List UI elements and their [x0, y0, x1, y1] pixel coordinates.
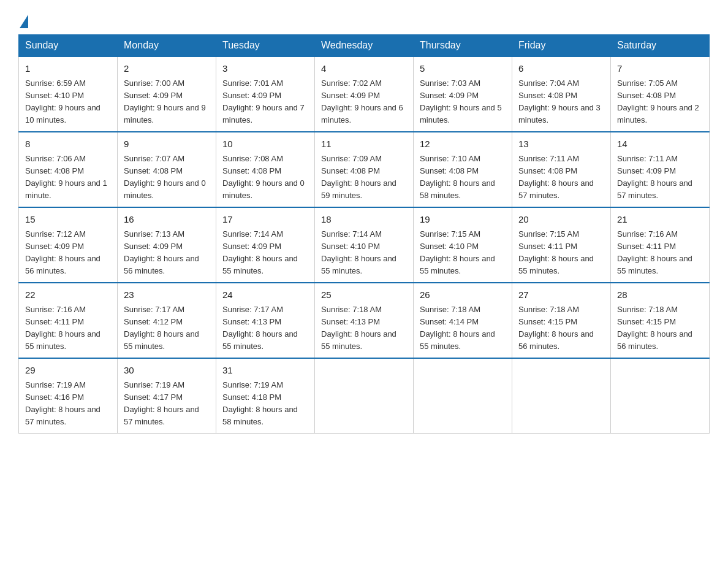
- calendar-day-cell: 17 Sunrise: 7:14 AM Sunset: 4:09 PM Dayl…: [216, 207, 315, 283]
- day-number: 22: [25, 288, 111, 302]
- day-number: 16: [124, 213, 210, 227]
- calendar-day-cell: 29 Sunrise: 7:19 AM Sunset: 4:16 PM Dayl…: [19, 358, 118, 434]
- day-info: Sunrise: 7:07 AM Sunset: 4:08 PM Dayligh…: [124, 153, 210, 202]
- day-number: 21: [617, 213, 703, 227]
- day-number: 27: [518, 288, 604, 302]
- day-number: 4: [321, 62, 407, 76]
- calendar-day-cell: 25 Sunrise: 7:18 AM Sunset: 4:13 PM Dayl…: [315, 283, 414, 358]
- calendar-day-cell: 30 Sunrise: 7:19 AM Sunset: 4:17 PM Dayl…: [118, 358, 216, 434]
- calendar-week-row: 22 Sunrise: 7:16 AM Sunset: 4:11 PM Dayl…: [19, 283, 710, 358]
- day-of-week-header: Sunday: [19, 35, 118, 57]
- calendar-day-cell: 2 Sunrise: 7:00 AM Sunset: 4:09 PM Dayli…: [118, 56, 216, 132]
- day-number: 29: [25, 364, 111, 378]
- day-info: Sunrise: 7:14 AM Sunset: 4:10 PM Dayligh…: [321, 228, 407, 278]
- calendar-day-cell: 7 Sunrise: 7:05 AM Sunset: 4:08 PM Dayli…: [611, 56, 710, 132]
- day-number: 17: [222, 213, 308, 227]
- day-number: 19: [420, 213, 506, 227]
- calendar-day-cell: 27 Sunrise: 7:18 AM Sunset: 4:15 PM Dayl…: [512, 283, 611, 358]
- day-number: 28: [617, 288, 703, 302]
- day-info: Sunrise: 7:16 AM Sunset: 4:11 PM Dayligh…: [617, 228, 703, 278]
- day-number: 24: [222, 288, 308, 302]
- day-number: 10: [222, 137, 308, 151]
- calendar-table: SundayMondayTuesdayWednesdayThursdayFrid…: [18, 34, 710, 434]
- calendar-day-cell: 28 Sunrise: 7:18 AM Sunset: 4:15 PM Dayl…: [611, 283, 710, 358]
- calendar-day-cell: 3 Sunrise: 7:01 AM Sunset: 4:09 PM Dayli…: [216, 56, 315, 132]
- calendar-day-cell: 19 Sunrise: 7:15 AM Sunset: 4:10 PM Dayl…: [414, 207, 512, 283]
- day-info: Sunrise: 7:18 AM Sunset: 4:13 PM Dayligh…: [321, 304, 407, 353]
- calendar-day-cell: 31 Sunrise: 7:19 AM Sunset: 4:18 PM Dayl…: [216, 358, 315, 434]
- day-info: Sunrise: 7:15 AM Sunset: 4:10 PM Dayligh…: [420, 228, 506, 278]
- day-number: 31: [222, 364, 308, 378]
- calendar-day-cell: 21 Sunrise: 7:16 AM Sunset: 4:11 PM Dayl…: [611, 207, 710, 283]
- calendar-day-cell: [315, 358, 414, 434]
- calendar-day-cell: 16 Sunrise: 7:13 AM Sunset: 4:09 PM Dayl…: [118, 207, 216, 283]
- day-info: Sunrise: 7:06 AM Sunset: 4:08 PM Dayligh…: [25, 153, 111, 202]
- calendar-day-cell: 20 Sunrise: 7:15 AM Sunset: 4:11 PM Dayl…: [512, 207, 611, 283]
- day-info: Sunrise: 6:59 AM Sunset: 4:10 PM Dayligh…: [25, 77, 111, 127]
- day-number: 12: [420, 137, 506, 151]
- calendar-week-row: 8 Sunrise: 7:06 AM Sunset: 4:08 PM Dayli…: [19, 132, 710, 207]
- day-info: Sunrise: 7:05 AM Sunset: 4:08 PM Dayligh…: [617, 77, 703, 127]
- day-info: Sunrise: 7:13 AM Sunset: 4:09 PM Dayligh…: [124, 228, 210, 278]
- calendar-day-cell: 10 Sunrise: 7:08 AM Sunset: 4:08 PM Dayl…: [216, 132, 315, 207]
- day-of-week-header: Tuesday: [216, 35, 315, 57]
- day-info: Sunrise: 7:18 AM Sunset: 4:15 PM Dayligh…: [518, 304, 604, 353]
- calendar-day-cell: 22 Sunrise: 7:16 AM Sunset: 4:11 PM Dayl…: [19, 283, 118, 358]
- calendar-week-row: 29 Sunrise: 7:19 AM Sunset: 4:16 PM Dayl…: [19, 358, 710, 434]
- day-number: 5: [420, 62, 506, 76]
- calendar-day-cell: 8 Sunrise: 7:06 AM Sunset: 4:08 PM Dayli…: [19, 132, 118, 207]
- calendar-day-cell: [414, 358, 512, 434]
- day-info: Sunrise: 7:17 AM Sunset: 4:13 PM Dayligh…: [222, 304, 308, 353]
- calendar-day-cell: 15 Sunrise: 7:12 AM Sunset: 4:09 PM Dayl…: [19, 207, 118, 283]
- calendar-day-cell: 1 Sunrise: 6:59 AM Sunset: 4:10 PM Dayli…: [19, 56, 118, 132]
- calendar-day-cell: 5 Sunrise: 7:03 AM Sunset: 4:09 PM Dayli…: [414, 56, 512, 132]
- day-of-week-header: Saturday: [611, 35, 710, 57]
- day-of-week-header: Wednesday: [315, 35, 414, 57]
- day-info: Sunrise: 7:01 AM Sunset: 4:09 PM Dayligh…: [222, 77, 308, 127]
- day-info: Sunrise: 7:04 AM Sunset: 4:08 PM Dayligh…: [518, 77, 604, 127]
- day-info: Sunrise: 7:19 AM Sunset: 4:16 PM Dayligh…: [25, 379, 111, 429]
- day-number: 9: [124, 137, 210, 151]
- calendar-day-cell: [611, 358, 710, 434]
- day-info: Sunrise: 7:02 AM Sunset: 4:09 PM Dayligh…: [321, 77, 407, 127]
- day-number: 18: [321, 213, 407, 227]
- day-number: 13: [518, 137, 604, 151]
- day-number: 30: [124, 364, 210, 378]
- logo: [18, 12, 28, 28]
- day-info: Sunrise: 7:10 AM Sunset: 4:08 PM Dayligh…: [420, 153, 506, 202]
- calendar-day-cell: 11 Sunrise: 7:09 AM Sunset: 4:08 PM Dayl…: [315, 132, 414, 207]
- day-number: 23: [124, 288, 210, 302]
- day-info: Sunrise: 7:09 AM Sunset: 4:08 PM Dayligh…: [321, 153, 407, 202]
- calendar-day-cell: 24 Sunrise: 7:17 AM Sunset: 4:13 PM Dayl…: [216, 283, 315, 358]
- day-info: Sunrise: 7:18 AM Sunset: 4:14 PM Dayligh…: [420, 304, 506, 353]
- calendar-day-cell: 13 Sunrise: 7:11 AM Sunset: 4:08 PM Dayl…: [512, 132, 611, 207]
- day-info: Sunrise: 7:19 AM Sunset: 4:17 PM Dayligh…: [124, 379, 210, 429]
- calendar-day-cell: 14 Sunrise: 7:11 AM Sunset: 4:09 PM Dayl…: [611, 132, 710, 207]
- day-info: Sunrise: 7:03 AM Sunset: 4:09 PM Dayligh…: [420, 77, 506, 127]
- day-number: 3: [222, 62, 308, 76]
- day-number: 6: [518, 62, 604, 76]
- day-info: Sunrise: 7:11 AM Sunset: 4:08 PM Dayligh…: [518, 153, 604, 202]
- day-info: Sunrise: 7:08 AM Sunset: 4:08 PM Dayligh…: [222, 153, 308, 202]
- calendar-day-cell: 26 Sunrise: 7:18 AM Sunset: 4:14 PM Dayl…: [414, 283, 512, 358]
- day-info: Sunrise: 7:17 AM Sunset: 4:12 PM Dayligh…: [124, 304, 210, 353]
- day-number: 7: [617, 62, 703, 76]
- day-number: 26: [420, 288, 506, 302]
- day-number: 8: [25, 137, 111, 151]
- calendar-day-cell: 12 Sunrise: 7:10 AM Sunset: 4:08 PM Dayl…: [414, 132, 512, 207]
- calendar-week-row: 15 Sunrise: 7:12 AM Sunset: 4:09 PM Dayl…: [19, 207, 710, 283]
- page-header: [18, 12, 710, 28]
- calendar-day-cell: 23 Sunrise: 7:17 AM Sunset: 4:12 PM Dayl…: [118, 283, 216, 358]
- day-info: Sunrise: 7:16 AM Sunset: 4:11 PM Dayligh…: [25, 304, 111, 353]
- calendar-header-row: SundayMondayTuesdayWednesdayThursdayFrid…: [19, 35, 710, 57]
- day-info: Sunrise: 7:11 AM Sunset: 4:09 PM Dayligh…: [617, 153, 703, 202]
- logo-triangle-icon: [20, 15, 28, 28]
- day-of-week-header: Thursday: [414, 35, 512, 57]
- day-of-week-header: Monday: [118, 35, 216, 57]
- day-info: Sunrise: 7:19 AM Sunset: 4:18 PM Dayligh…: [222, 379, 308, 429]
- day-number: 15: [25, 213, 111, 227]
- day-number: 11: [321, 137, 407, 151]
- calendar-day-cell: 18 Sunrise: 7:14 AM Sunset: 4:10 PM Dayl…: [315, 207, 414, 283]
- day-number: 14: [617, 137, 703, 151]
- day-number: 25: [321, 288, 407, 302]
